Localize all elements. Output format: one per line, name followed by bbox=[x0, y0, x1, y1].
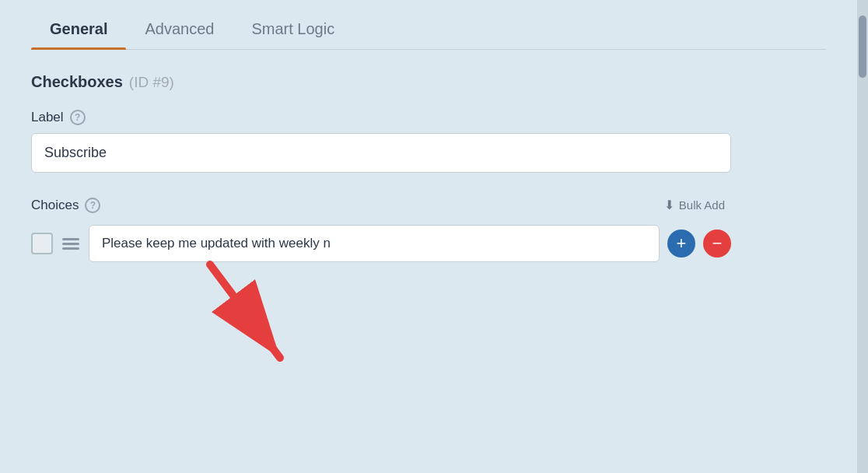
choices-help-icon[interactable]: ? bbox=[85, 198, 100, 213]
content-area: General Advanced Smart Logic Checkboxes … bbox=[0, 0, 857, 473]
section-id: (ID #9) bbox=[129, 74, 174, 91]
section-heading: Checkboxes (ID #9) bbox=[31, 73, 826, 91]
drag-handle[interactable] bbox=[61, 235, 81, 253]
bulk-add-label: Bulk Add bbox=[679, 198, 725, 212]
choices-header: Choices ? ⬇ Bulk Add bbox=[31, 194, 731, 215]
label-field-label: Label bbox=[31, 110, 64, 125]
bulk-add-button[interactable]: ⬇ Bulk Add bbox=[658, 194, 731, 215]
main-container: General Advanced Smart Logic Checkboxes … bbox=[0, 0, 868, 473]
tab-smart-logic[interactable]: Smart Logic bbox=[233, 8, 353, 49]
tab-advanced[interactable]: Advanced bbox=[126, 8, 233, 49]
scrollbar-track[interactable] bbox=[857, 0, 868, 473]
add-choice-button[interactable]: + bbox=[667, 229, 695, 258]
section-title: Checkboxes bbox=[31, 73, 123, 91]
label-input[interactable] bbox=[31, 133, 731, 173]
scrollbar-thumb[interactable] bbox=[859, 16, 866, 78]
remove-choice-button[interactable]: − bbox=[703, 229, 731, 258]
add-icon: + bbox=[677, 235, 687, 252]
choices-left: Choices ? bbox=[31, 198, 100, 213]
choice-checkbox[interactable] bbox=[31, 233, 53, 254]
label-help-icon[interactable]: ? bbox=[70, 110, 86, 125]
bulk-add-icon: ⬇ bbox=[664, 198, 674, 212]
choice-row: + − bbox=[31, 225, 731, 262]
choice-input[interactable] bbox=[89, 225, 660, 262]
tabs-bar: General Advanced Smart Logic bbox=[31, 0, 826, 50]
label-field-row: Label ? bbox=[31, 110, 826, 125]
remove-icon: − bbox=[712, 235, 723, 252]
tab-general[interactable]: General bbox=[31, 8, 126, 49]
choices-label: Choices bbox=[31, 198, 79, 213]
